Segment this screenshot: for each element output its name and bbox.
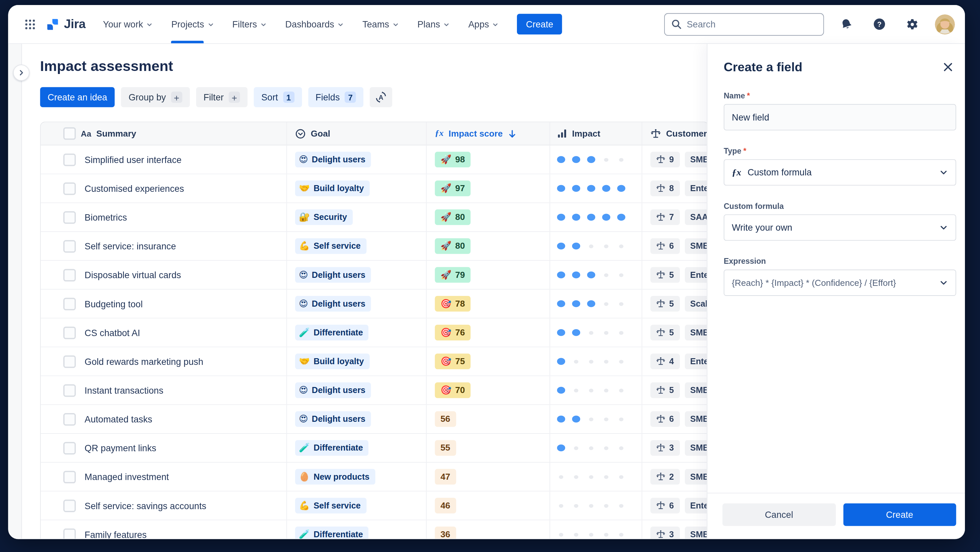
customer-count-chip: 5 (651, 325, 679, 340)
user-avatar[interactable] (935, 14, 955, 34)
impact-dot-empty (617, 357, 625, 365)
custom-formula-select[interactable]: Write your own (724, 214, 956, 241)
app-switcher-button[interactable] (21, 15, 40, 34)
table-row[interactable]: Self service: savings accounts 💪 Self se… (41, 491, 707, 520)
row-checkbox[interactable] (63, 153, 76, 166)
impact-score-chip: 🎯 75 (435, 354, 471, 369)
row-checkbox[interactable] (63, 470, 76, 483)
jira-logo[interactable]: Jira (46, 17, 86, 32)
column-header-impact-score[interactable]: ƒx Impact score (426, 122, 549, 145)
impact-score-chip: 🎯 76 (435, 325, 471, 340)
impact-dot-filled (557, 300, 565, 307)
table-row[interactable]: Instant transactions 😍 Delight users 🎯 7… (41, 376, 707, 405)
table-row[interactable]: Automated tasks 😍 Delight users 56 (41, 405, 707, 434)
row-checkbox[interactable] (63, 326, 76, 339)
alphabetize-sort-button[interactable]: A (370, 87, 392, 107)
nav-item-projects[interactable]: Projects (171, 5, 213, 43)
cancel-button[interactable]: Cancel (722, 503, 835, 526)
table-row[interactable]: Budgeting tool 😍 Delight users 🎯 78 (41, 290, 707, 318)
score-value: 56 (441, 413, 450, 425)
create-idea-button[interactable]: Create an idea (40, 87, 115, 107)
goal-chip: 🥚 New products (295, 469, 375, 485)
app-window: Jira Your work Projects Filters Dashboar… (8, 5, 965, 539)
row-checkbox[interactable] (63, 240, 76, 252)
table-row[interactable]: QR payment links 🧪 Differentiate 55 (41, 434, 707, 463)
help-button[interactable]: ? (869, 14, 890, 35)
score-value: 70 (455, 384, 465, 396)
select-all-checkbox[interactable] (63, 127, 76, 140)
search-placeholder: Search (687, 19, 715, 29)
impact-dot-empty (617, 242, 625, 250)
goal-emoji: 🤝 (299, 356, 310, 367)
close-button[interactable] (940, 59, 956, 75)
impact-dots (549, 347, 641, 375)
nav-menu-item-label: Filters (232, 19, 257, 29)
table-row[interactable]: Managed investment 🥚 New products 47 (41, 463, 707, 491)
name-input[interactable]: New field (724, 104, 956, 131)
search-box[interactable]: Search (664, 13, 824, 35)
nav-item-plans[interactable]: Plans (417, 5, 449, 43)
summary-text: Gold rewards marketing push (85, 356, 204, 367)
impact-dot-empty (602, 156, 610, 163)
row-checkbox[interactable] (63, 355, 76, 367)
row-checkbox[interactable] (63, 499, 76, 512)
row-checkbox[interactable] (63, 384, 76, 396)
table-row[interactable]: Biometrics 🔐 Security 🚀 80 (41, 203, 707, 232)
table-row[interactable]: CS chatbot AI 🧪 Differentiate 🎯 76 (41, 318, 707, 347)
filter-button[interactable]: Filter + (196, 87, 248, 107)
impact-dot-filled (572, 185, 580, 192)
row-checkbox[interactable] (63, 268, 76, 281)
jira-logo-text: Jira (64, 17, 85, 32)
column-header-summary[interactable]: Aa Summary (81, 129, 137, 139)
table-row[interactable]: Disposable virtual cards 😍 Delight users… (41, 261, 707, 290)
column-header-impact[interactable]: Impact (549, 122, 641, 145)
table-row[interactable]: Customised experiences 🤝 Build loyalty 🚀… (41, 174, 707, 203)
backdrop: Jira Your work Projects Filters Dashboar… (0, 0, 980, 552)
formula-fx-icon: ƒx (732, 167, 741, 178)
collapsed-sidebar[interactable] (8, 44, 22, 539)
nav-item-dashboards[interactable]: Dashboards (285, 5, 344, 43)
nav-item-filters[interactable]: Filters (232, 5, 266, 43)
table-row[interactable]: Family features 🧪 Differentiate 36 (41, 520, 707, 538)
settings-button[interactable] (902, 14, 923, 34)
score-value: 46 (441, 500, 450, 512)
table-row[interactable]: Gold rewards marketing push 🤝 Build loya… (41, 347, 707, 376)
impact-dot-filled (557, 444, 565, 451)
nav-item-your-work[interactable]: Your work (103, 5, 153, 43)
customer-count-chip: 5 (651, 267, 679, 283)
summary-text: QR payment links (85, 443, 156, 453)
sidebar-expand-button[interactable] (13, 65, 29, 81)
column-header-goal[interactable]: Goal (286, 122, 426, 145)
row-checkbox[interactable] (63, 528, 76, 539)
impact-dot-empty (602, 300, 610, 307)
sort-button[interactable]: Sort 1 (254, 87, 301, 107)
notifications-button[interactable] (837, 14, 856, 34)
row-checkbox[interactable] (63, 413, 76, 425)
score-value: 55 (441, 442, 450, 454)
nav-create-button[interactable]: Create (517, 14, 562, 35)
fields-button[interactable]: Fields 7 (308, 87, 364, 107)
impact-score-chip: 🚀 80 (435, 238, 471, 254)
summary-text: Customised experiences (85, 183, 184, 193)
table-row[interactable]: Simplified user interface 😍 Delight user… (41, 145, 707, 174)
summary-text: Self service: insurance (85, 241, 176, 251)
type-select[interactable]: ƒx Custom formula (724, 160, 956, 186)
impact-dot-filled (602, 185, 610, 192)
row-checkbox[interactable] (63, 182, 76, 195)
goal-emoji: 🥚 (299, 471, 310, 483)
column-header-customer[interactable]: Customer (642, 122, 707, 145)
name-input-value: New field (732, 112, 769, 122)
goal-emoji: 😍 (299, 413, 308, 425)
row-checkbox[interactable] (63, 298, 76, 310)
table-row[interactable]: Self service: insurance 💪 Self service 🚀… (41, 232, 707, 261)
expression-label: Expression (724, 257, 956, 266)
nav-item-apps[interactable]: Apps (468, 5, 498, 43)
row-checkbox[interactable] (63, 442, 76, 454)
create-button[interactable]: Create (843, 503, 956, 526)
group-by-button[interactable]: Group by + (121, 87, 190, 107)
goal-label: Delight users (312, 413, 365, 425)
row-checkbox[interactable] (63, 211, 76, 223)
impact-dot-empty (617, 271, 625, 279)
expression-select[interactable]: {Reach} * {Impact} * (Confidence} / {Eff… (724, 270, 956, 296)
nav-item-teams[interactable]: Teams (362, 5, 398, 43)
